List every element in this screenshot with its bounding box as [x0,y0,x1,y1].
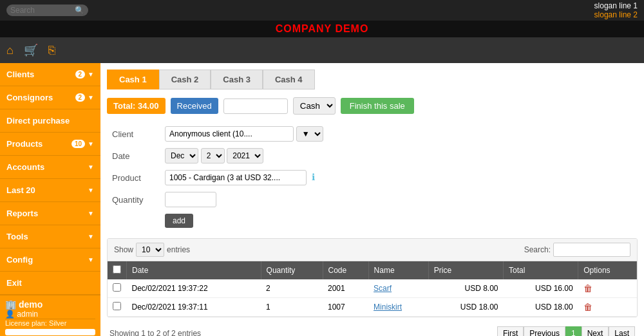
row-checkbox-cell[interactable] [108,298,127,317]
sale-bar: Total: 34.00 Received Cash Finish this s… [107,97,638,115]
cart-icon[interactable]: 🛒 [24,43,38,57]
pagination-bar: Showing 1 to 2 of 2 entries First Previo… [107,322,638,336]
row-name-link[interactable]: Scarf [374,284,392,293]
cash-method-select[interactable]: Cash [293,97,336,115]
row-checkbox-cell[interactable] [108,279,127,298]
sidebar-item-exit[interactable]: Exit [0,272,100,295]
add-button[interactable]: add [165,214,193,228]
entries-select[interactable]: 10 [136,243,164,257]
sidebar-item-tools[interactable]: Tools▼ [0,225,100,248]
col-header-Date[interactable]: Date [127,261,261,279]
sidebar-item-reports[interactable]: Reports▼ [0,202,100,225]
search-input[interactable] [10,6,75,15]
slogan-line1: slogan line 1 [594,1,638,10]
user-icon: 🏢 demo [5,299,95,310]
sidebar-label: Tools [6,232,28,241]
home-icon[interactable]: ⌂ [6,44,14,57]
sidebar-item-direct-purchase[interactable]: Direct purchase [0,109,100,133]
entries-label: entries [167,245,190,254]
table-search-area: Search: [524,243,630,257]
sidebar-item-config[interactable]: Config▼ [0,248,100,272]
date-label: Date [108,145,160,166]
product-info-icon[interactable]: ℹ [312,172,315,182]
row-name: Scarf [368,279,428,298]
total-badge: Total: 34.00 [107,98,166,114]
client-row: Client ▼ [108,124,636,144]
sidebar-item-products[interactable]: Products10▼ [0,133,100,156]
sidebar-label: Consignors [6,93,53,102]
first-page-button[interactable]: First [497,326,524,336]
cash-tab-2[interactable]: Cash 2 [159,70,211,89]
sidebar-item-accounts[interactable]: Accounts▼ [0,156,100,179]
app-title: COMPANY DEMO [0,21,644,37]
content-area: Cash 1Cash 2Cash 3Cash 4 Total: 34.00 Re… [100,63,644,336]
row-price: USD 18.00 [428,298,503,317]
row-date: Dec/02/2021 19:37:22 [127,279,261,298]
search-wrapper[interactable]: 🔍 [6,5,88,16]
user-info: 🏢 demo 👤 admin License plan: Silver 0% U… [0,295,100,336]
row-quantity: 1 [261,298,323,317]
col-header-Price[interactable]: Price [428,261,503,279]
main-layout: Clients2▼Consignors2▼Direct purchaseProd… [0,63,644,336]
sidebar-badge: 2 [75,93,86,102]
row-name-link[interactable]: Miniskirt [374,303,402,312]
data-table-wrapper: Show 10 entries Search: DateQuantityCode… [107,238,638,317]
current-page-button[interactable]: 1 [565,326,582,336]
table-row: Dec/02/2021 19:37:22 2 2001 Scarf USD 8.… [108,279,637,298]
add-row: add [108,211,636,230]
finish-sale-button[interactable]: Finish this sale [341,98,414,114]
show-entries: Show 10 entries [114,243,190,257]
col-header-Name[interactable]: Name [368,261,428,279]
row-checkbox[interactable] [113,302,121,310]
table-row: Dec/02/2021 19:37:11 1 1007 Miniskirt US… [108,298,637,317]
row-name: Miniskirt [368,298,428,317]
last-page-button[interactable]: Last [609,326,635,336]
quantity-input[interactable] [165,192,216,207]
table-header-row: DateQuantityCodeNamePriceTotalOptions [108,261,637,279]
date-row: Date Dec 2 2021 [108,145,636,166]
row-options: 🗑 [578,298,637,317]
col-header-Code[interactable]: Code [323,261,368,279]
sidebar-item-last-20[interactable]: Last 20▼ [0,179,100,202]
client-select[interactable]: ▼ [296,126,323,142]
show-label: Show [114,245,133,254]
sidebar-item-consignors[interactable]: Consignors2▼ [0,86,100,109]
sidebar-item-clients[interactable]: Clients2▼ [0,63,100,86]
select-all-checkbox[interactable] [113,265,121,274]
product-input[interactable] [165,170,307,185]
date-month-select[interactable]: Dec [165,148,198,163]
cash-tab-3[interactable]: Cash 3 [211,70,263,89]
cash-tab-4[interactable]: Cash 4 [263,70,315,89]
sidebar-arrow: ▼ [88,94,94,101]
delete-icon[interactable]: 🗑 [583,302,592,312]
cash-tab-1[interactable]: Cash 1 [107,70,159,89]
sidebar-label: Products [6,139,43,149]
sidebar-label: Accounts [6,162,44,172]
col-header-Total[interactable]: Total [504,261,578,279]
sidebar-arrow: ▼ [88,140,94,147]
search-icon[interactable]: 🔍 [75,6,84,15]
row-price: USD 8.00 [428,279,503,298]
received-input[interactable] [223,98,288,114]
row-checkbox[interactable] [113,283,121,292]
showing-text: Showing 1 to 2 of 2 entries [109,329,201,336]
prev-page-button[interactable]: Previous [524,326,565,336]
col-header-Options[interactable]: Options [578,261,637,279]
col-header-Quantity[interactable]: Quantity [261,261,323,279]
next-page-button[interactable]: Next [582,326,609,336]
sidebar-items-container: Clients2▼Consignors2▼Direct purchaseProd… [0,63,100,295]
date-day-select[interactable]: 2 [201,148,225,163]
sidebar-arrow: ▼ [88,210,94,217]
sidebar-label: Direct purchase [6,116,70,126]
received-button[interactable]: Received [171,98,218,114]
client-label: Client [108,124,160,144]
delete-icon[interactable]: 🗑 [583,283,592,294]
col-header-checkbox [108,261,127,279]
license-label: License plan: Silver [5,319,95,327]
table-search-input[interactable] [553,243,630,257]
quantity-label: Quantity [108,189,160,210]
date-year-select[interactable]: 2021 [227,148,263,163]
export-icon[interactable]: ⎘ [48,44,55,57]
client-input[interactable] [165,126,294,142]
sidebar-arrow: ▼ [88,256,94,263]
